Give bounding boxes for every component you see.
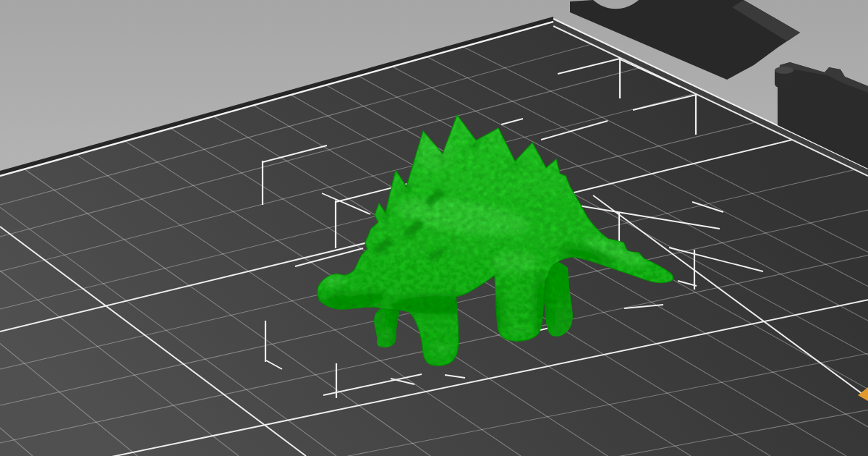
frame-knob-top [775, 67, 793, 74]
scene-canvas[interactable] [0, 0, 868, 456]
slicer-3d-viewport[interactable] [0, 0, 868, 456]
